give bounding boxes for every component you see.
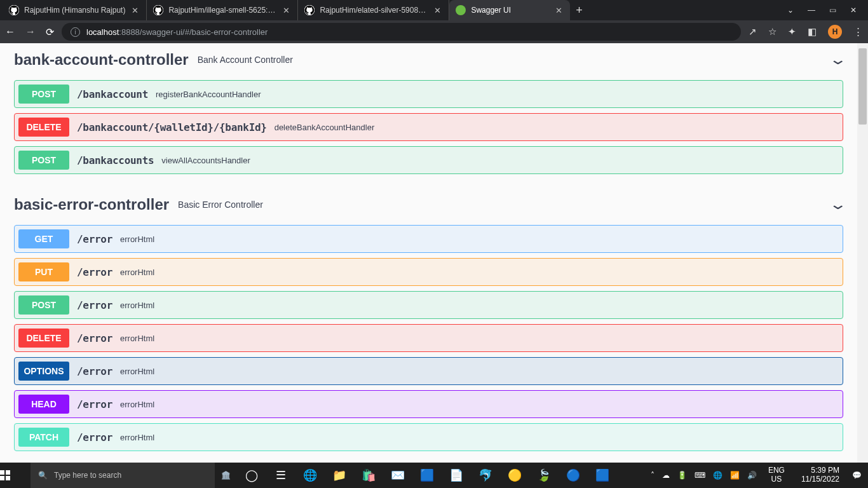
- tray-overflow-icon[interactable]: ˄: [651, 471, 654, 480]
- taskbar-apps: ◯ ☰ 🌐 📁 🛍️ ✉️ 🟦 📄 🐬 🟡 🍃 🔵 🟦: [237, 463, 617, 488]
- forward-button[interactable]: →: [25, 26, 36, 38]
- chrome-icon[interactable]: 🟡: [500, 463, 529, 488]
- browser-tab[interactable]: RajputHim (Himanshu Rajput)✕: [3, 0, 147, 20]
- http-method-badge: PATCH: [18, 428, 69, 447]
- notifications-icon[interactable]: 💬: [852, 471, 862, 480]
- taskbar-weather[interactable]: 🏛️: [215, 471, 237, 480]
- window-close-button[interactable]: ✕: [850, 6, 857, 15]
- http-method-badge: DELETE: [18, 118, 69, 137]
- vertical-scrollbar[interactable]: [857, 43, 868, 463]
- operation-summary: errorHtml: [120, 433, 154, 442]
- operation-path: /bankaccounts: [77, 154, 154, 166]
- operation-summary: errorHtml: [120, 367, 154, 376]
- taskbar-clock[interactable]: 5:39 PM 11/15/2022: [796, 466, 844, 484]
- chevron-down-icon[interactable]: ⌄: [829, 196, 847, 213]
- swagger-operation[interactable]: PATCH/errorerrorHtml: [14, 423, 843, 451]
- swagger-operation[interactable]: DELETE/bankaccount/{walletId}/{bankId}de…: [14, 113, 843, 141]
- side-panel-icon[interactable]: ◧: [808, 26, 817, 37]
- new-tab-button[interactable]: +: [570, 0, 588, 20]
- swagger-operation[interactable]: POST/errorerrorHtml: [14, 291, 843, 319]
- url-path: :8888/swagger-ui/#/basic-error-controlle…: [119, 27, 268, 37]
- operation-path: /error: [77, 299, 112, 311]
- tab-close-icon[interactable]: ✕: [281, 6, 291, 15]
- system-tray: ˄ ☁ 🔋 ⌨ 🌐 📶 🔊 ENG US 5:39 PM 11/15/2022 …: [644, 466, 868, 484]
- window-minimize-button[interactable]: —: [808, 6, 815, 15]
- tab-close-icon[interactable]: ✕: [130, 6, 140, 15]
- window-drop-icon[interactable]: ⌄: [787, 6, 794, 15]
- spring-icon[interactable]: 🍃: [529, 463, 559, 488]
- language-indicator[interactable]: ENG US: [764, 466, 789, 484]
- scrollbar-thumb[interactable]: [858, 48, 867, 125]
- browser-menu-icon[interactable]: ⋮: [853, 26, 863, 37]
- swagger-tag-header[interactable]: bank-account-controllerBank Account Cont…: [14, 43, 843, 75]
- operation-path: /error: [77, 431, 112, 444]
- search-icon: 🔍: [38, 471, 48, 480]
- lang-secondary: US: [768, 475, 785, 484]
- task-view-button[interactable]: ◯: [237, 463, 266, 488]
- tab-close-icon[interactable]: ✕: [433, 6, 442, 15]
- window-controls: ⌄ — ▭ ✕: [776, 0, 868, 20]
- operation-summary: viewAllAccountsHandler: [161, 156, 250, 165]
- volume-icon[interactable]: 🔊: [747, 471, 757, 480]
- onedrive-icon[interactable]: ☁: [662, 471, 670, 480]
- tab-title: RajputHim/illegal-smell-5625: Ha: [168, 6, 276, 15]
- swagger-tag-header[interactable]: basic-error-controllerBasic Error Contro…: [14, 188, 843, 220]
- operation-path: /error: [77, 332, 112, 344]
- tab-close-icon[interactable]: ✕: [554, 6, 564, 15]
- zoom-icon[interactable]: 🟦: [588, 463, 617, 488]
- operation-path: /error: [77, 233, 112, 245]
- page-content: bank-account-controllerBank Account Cont…: [0, 43, 857, 463]
- edge-icon[interactable]: 🌐: [295, 463, 325, 488]
- ms-store-icon[interactable]: 🛍️: [354, 463, 383, 488]
- github-favicon-icon: [153, 5, 163, 15]
- tab-title: RajputHim (Himanshu Rajput): [24, 6, 125, 15]
- battery-icon[interactable]: 🔋: [677, 471, 687, 480]
- swagger-tag-name: bank-account-controller: [14, 51, 189, 69]
- start-button[interactable]: [0, 470, 31, 480]
- wifi-icon[interactable]: 📶: [730, 471, 740, 480]
- swagger-operation[interactable]: POST/bankaccountsviewAllAccountsHandler: [14, 146, 843, 174]
- touchpad-icon[interactable]: ⌨: [695, 471, 705, 480]
- swagger-operation[interactable]: POST/bankaccountregisterBankAccountHandl…: [14, 80, 843, 108]
- profile-avatar[interactable]: H: [828, 25, 842, 39]
- reload-button[interactable]: ⟳: [46, 26, 54, 38]
- address-bar[interactable]: i localhost:8888/swagger-ui/#/basic-erro…: [62, 23, 741, 41]
- operation-path: /error: [77, 266, 112, 278]
- taskbar-item[interactable]: ☰: [266, 463, 295, 488]
- swagger-operation[interactable]: GET/errorerrorHtml: [14, 225, 843, 253]
- clock-date: 11/15/2022: [801, 475, 839, 484]
- network-icon[interactable]: 🌐: [713, 471, 722, 480]
- svg-rect-4: [6, 470, 10, 475]
- browser-toolbar: ← → ⟳ i localhost:8888/swagger-ui/#/basi…: [0, 20, 868, 43]
- browser-tab[interactable]: RajputHim/illegal-smell-5625: Ha✕: [147, 0, 298, 20]
- bookmark-star-icon[interactable]: ☆: [768, 26, 776, 37]
- chevron-down-icon[interactable]: ⌄: [829, 51, 847, 68]
- http-method-badge: OPTIONS: [18, 362, 69, 381]
- site-info-icon[interactable]: i: [71, 27, 80, 37]
- http-method-badge: POST: [18, 151, 69, 170]
- notepad-icon[interactable]: 📄: [442, 463, 471, 488]
- browser-tab[interactable]: Swagger UI✕: [449, 0, 570, 20]
- swagger-operation[interactable]: DELETE/errorerrorHtml: [14, 324, 843, 352]
- browser-tab[interactable]: RajputHim/elated-silver-5908: On✕: [298, 0, 449, 20]
- chrome-alt-icon[interactable]: 🔵: [559, 463, 588, 488]
- window-maximize-button[interactable]: ▭: [829, 6, 836, 15]
- swagger-operation[interactable]: HEAD/errorerrorHtml: [14, 390, 843, 418]
- back-button[interactable]: ←: [5, 26, 15, 38]
- file-explorer-icon[interactable]: 📁: [325, 463, 354, 488]
- vscode-icon[interactable]: 🟦: [412, 463, 442, 488]
- swagger-operation[interactable]: OPTIONS/errorerrorHtml: [14, 357, 843, 385]
- extensions-icon[interactable]: ✦: [788, 26, 796, 37]
- mail-icon[interactable]: ✉️: [383, 463, 412, 488]
- http-method-badge: GET: [18, 229, 69, 248]
- taskbar-search[interactable]: 🔍 Type here to search: [31, 463, 215, 488]
- swagger-tag-name: basic-error-controller: [14, 196, 169, 214]
- operation-summary: errorHtml: [120, 234, 154, 244]
- mysql-icon[interactable]: 🐬: [471, 463, 500, 488]
- swagger-operation[interactable]: PUT/errorerrorHtml: [14, 258, 843, 286]
- nav-buttons: ← → ⟳: [5, 26, 54, 38]
- operation-summary: deleteBankAccountHandler: [275, 123, 375, 132]
- operation-path: /error: [77, 365, 112, 377]
- operation-summary: errorHtml: [120, 268, 154, 277]
- share-icon[interactable]: ↗: [749, 26, 757, 37]
